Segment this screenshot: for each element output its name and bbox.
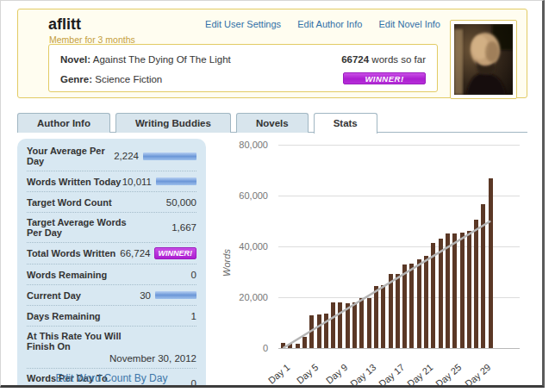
stats-summary-panel: Your Average Per Day2,224Words Written T… [17,139,206,388]
username: aflitt [48,16,81,34]
chart-y-tick-label: 60,000 [216,190,268,201]
edit-word-count-link[interactable]: Edit Word Count By Day [17,372,206,384]
stat-value: 10,011 [122,177,152,187]
stat-label: At This Rate You Will Finish On [27,331,128,352]
novel-title-line: Novel: Against The Dying Of The Light [60,54,231,65]
profile-tabs: Author InfoWriting BuddiesNovelsStats [17,113,527,133]
winner-badge-small: WINNER! [154,247,197,259]
chart-x-tick-label: Day 21 [405,362,434,388]
stat-row: Target Word Count50,000 [27,192,196,213]
novel-summary-card: Novel: Against The Dying Of The Light Ge… [48,44,438,92]
stat-label: Target Average Words Per Day [27,217,128,238]
stat-value: 1 [191,311,196,321]
genre-label: Genre: [60,74,92,84]
profile-photo [450,20,517,99]
tab-author-info[interactable]: Author Info [17,113,110,133]
novel-title: Against The Dying Of The Light [93,54,231,65]
stat-value: 0 [191,270,196,280]
chart-x-tick-label: Day 13 [348,362,377,388]
chart-y-tick-label: 40,000 [216,241,268,252]
stat-label: Words Remaining [27,270,128,280]
chart-x-tick-label: Day 1 [266,362,292,386]
stat-row: Your Average Per Day2,224 [27,141,196,171]
winner-badge: WINNER! [343,72,426,84]
stat-value: 2,224 [114,151,139,161]
chart-trend-line [278,145,520,348]
chart-x-tick-label: Day 25 [433,362,463,388]
stat-row: At This Rate You Will Finish OnNovember … [27,327,196,369]
chart-y-tick-label: 80,000 [216,140,268,150]
profile-photo-image [454,24,513,95]
stat-label: Target Word Count [27,197,128,208]
stat-label: Total Words Written [27,248,120,258]
chart-y-axis-title: Words [221,249,232,277]
chart-y-tick-label: 20,000 [216,292,268,302]
chart-x-tick-label: Day 29 [463,362,492,388]
stat-row: Total Words Written66,724WINNER! [27,243,196,264]
stat-label: Current Day [27,290,128,301]
tab-writing-buddies[interactable]: Writing Buddies [115,113,231,133]
genre-value: Science Fiction [95,74,162,84]
stat-label: Days Remaining [27,311,128,321]
nanowrimo-profile-page: aflitt Member for 3 months Edit User Set… [0,0,545,388]
edit-user-settings-link[interactable]: Edit User Settings [205,19,281,29]
profile-header-card: aflitt Member for 3 months Edit User Set… [17,9,527,98]
stat-value: 50,000 [166,197,196,208]
word-count-value: 66724 [341,54,369,65]
tab-stats[interactable]: Stats [314,113,377,134]
edit-author-info-link[interactable]: Edit Author Info [297,19,362,29]
stat-row: Words Written Today10,011 [27,171,196,192]
header-links: Edit User Settings Edit Author Info Edit… [191,19,440,29]
stat-row: Words Remaining0 [27,264,196,285]
stat-label: Your Average Per Day [27,146,114,166]
stat-value: 30 [140,290,151,301]
word-count-chart: Words 020,00040,00060,00080,000Day 1Day … [208,137,528,387]
tab-novels[interactable]: Novels [236,113,309,133]
chart-x-tick-label: Day 9 [323,362,349,386]
novel-label: Novel: [60,54,90,65]
stat-value: November 30, 2012 [27,353,196,364]
chart-plot-area: 020,00040,00060,00080,000Day 1Day 5Day 9… [278,145,520,348]
word-count-suffix: words so far [371,54,426,65]
progress-bar [143,152,196,160]
chart-x-tick-label: Day 5 [295,362,321,386]
stat-value: 66,724 [120,248,150,258]
progress-bar [156,177,196,185]
stat-row: Target Average Words Per Day1,667 [27,213,196,243]
progress-bar [155,291,196,299]
stat-row: Current Day30 [27,285,196,306]
stat-label: Words Written Today [27,177,122,187]
genre-line: Genre: Science Fiction [60,74,162,84]
chart-x-tick-label: Day 17 [377,362,406,388]
stat-row: Days Remaining1 [27,306,196,327]
word-count-line: 66724 words so far [341,54,426,65]
chart-y-tick-label: 0 [216,343,268,353]
stat-value: 1,667 [171,222,196,233]
edit-novel-info-link[interactable]: Edit Novel Info [378,19,440,29]
